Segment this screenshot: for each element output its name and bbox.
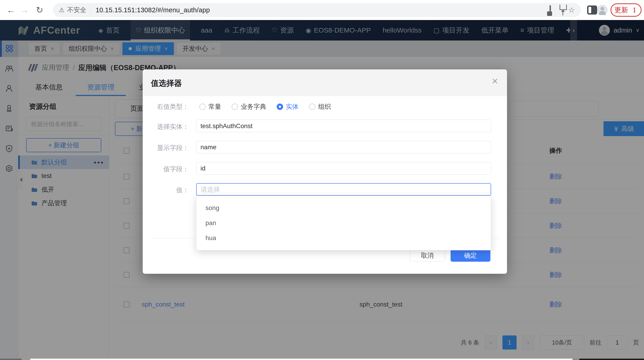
cancel-button[interactable]: 取消 xyxy=(410,249,445,262)
radio-organization[interactable]: 组织 xyxy=(309,102,331,111)
dropdown-option-song[interactable]: song xyxy=(196,200,491,216)
modal-title: 值选择器 xyxy=(151,78,182,88)
radio-icon xyxy=(199,104,206,110)
browser-menu-icon[interactable]: ⋮ xyxy=(631,6,638,14)
browser-chrome: ← → ↻ ⚠ 不安全 10.15.15.151:13082/#/menu_au… xyxy=(0,0,644,20)
dropdown-option-pan[interactable]: pan xyxy=(196,216,491,230)
browser-update-button[interactable]: 更新 ⋮ xyxy=(610,4,642,16)
reload-icon[interactable]: ↻ xyxy=(34,4,46,16)
browser-profile-avatar[interactable] xyxy=(597,5,608,15)
sidebar-toggle-icon[interactable] xyxy=(587,6,597,14)
url-text[interactable]: 10.15.15.151:13082/#/menu_auth/app xyxy=(96,6,541,14)
confirm-button[interactable]: 确定 xyxy=(450,249,490,262)
translate-icon[interactable] xyxy=(550,6,551,14)
back-icon[interactable]: ← xyxy=(5,4,17,16)
radio-entity[interactable]: 实体 xyxy=(277,102,298,111)
dropdown-option-hua[interactable]: hua xyxy=(196,230,491,246)
modal-header: 值选择器 × xyxy=(143,70,507,96)
right-value-type-row: 右值类型： 常量 业务字典 实体 组织 xyxy=(143,101,507,112)
value-field-input[interactable] xyxy=(196,162,491,174)
display-field-input[interactable] xyxy=(196,141,491,154)
radio-icon xyxy=(232,104,238,110)
radio-icon xyxy=(277,104,283,110)
not-secure-icon: ⚠ xyxy=(59,6,64,14)
radio-icon xyxy=(309,104,316,110)
address-bar[interactable]: ⚠ 不安全 10.15.15.151:13082/#/menu_auth/app… xyxy=(53,3,581,17)
value-dropdown: song pan hua xyxy=(196,196,491,250)
close-icon[interactable]: × xyxy=(492,76,498,86)
bottom-scrollbar[interactable] xyxy=(0,359,644,360)
radio-business-dict[interactable]: 业务字典 xyxy=(232,102,266,111)
bookmark-star-icon[interactable]: ☆ xyxy=(568,6,575,14)
value-select-input[interactable] xyxy=(196,183,491,196)
radio-constant[interactable]: 常量 xyxy=(199,102,221,111)
entity-input[interactable] xyxy=(196,120,491,132)
app-root: AFCenter ◈首页 ♡组织权限中心 aaa ♎工作流程 ♡资源 ◉EOS8… xyxy=(0,20,644,360)
forward-icon[interactable]: → xyxy=(19,4,30,16)
security-label: 不安全 xyxy=(67,6,86,14)
